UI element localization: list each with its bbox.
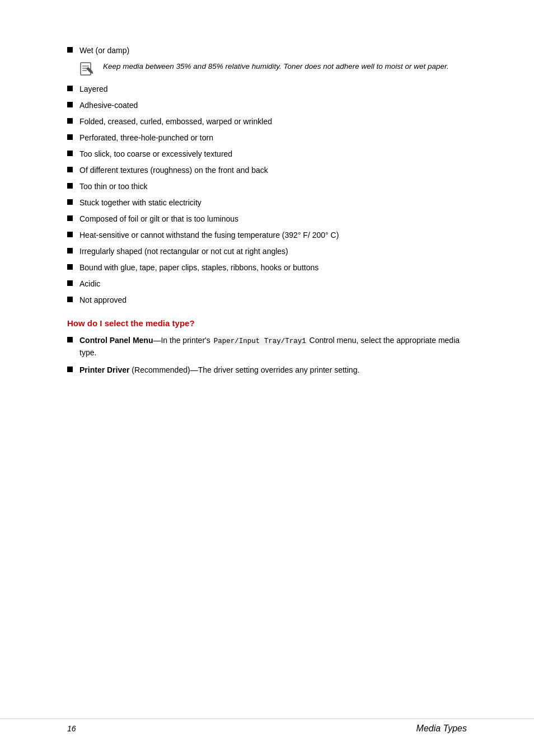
- list-item: Heat-sensitive or cannot withstand the f…: [67, 229, 467, 241]
- list-item: Acidic: [67, 278, 467, 290]
- list-item: Layered: [67, 83, 467, 95]
- main-bullet-list: Wet (or damp) Keep medi: [67, 45, 467, 306]
- list-item-text: Heat-sensitive or cannot withstand the f…: [79, 229, 467, 241]
- bullet-icon: [67, 215, 73, 221]
- printer-driver-dash: —The driver setting overrides any printe…: [190, 365, 360, 374]
- list-item-text: Irregularly shaped (not rectangular or n…: [79, 246, 467, 257]
- list-item-text: Wet (or damp): [79, 45, 467, 57]
- section-heading: How do I select the media type?: [67, 318, 467, 328]
- list-item-text: Composed of foil or gilt or that is too …: [79, 213, 467, 225]
- list-item: Wet (or damp): [67, 45, 467, 57]
- list-item: Control Panel Menu—In the printer's Pape…: [67, 335, 467, 359]
- list-item-text: Not approved: [79, 294, 467, 306]
- list-item: Not approved: [67, 294, 467, 306]
- list-item-text: Of different textures (roughness) on the…: [79, 165, 467, 176]
- printer-driver-text: Printer Driver (Recommended)—The driver …: [79, 364, 467, 376]
- list-item: Bound with glue, tape, paper clips, stap…: [67, 262, 467, 274]
- page: Wet (or damp) Keep medi: [0, 0, 534, 756]
- bullet-icon: [67, 47, 73, 53]
- list-item-text: Layered: [79, 83, 467, 95]
- bullet-icon: [67, 264, 73, 270]
- list-item-text: Bound with glue, tape, paper clips, stap…: [79, 262, 467, 274]
- bullet-icon: [67, 86, 73, 91]
- note-icon: [79, 62, 97, 78]
- note-block-item: Keep media between 35% and 85% relative …: [79, 61, 467, 78]
- list-item-text: Too slick, too coarse or excessively tex…: [79, 148, 467, 160]
- note-text: Keep media between 35% and 85% relative …: [103, 61, 467, 72]
- list-item-text: Too thin or too thick: [79, 181, 467, 192]
- control-panel-code: Paper/Input Tray/Tray1: [213, 337, 307, 345]
- section-bullet-list: Control Panel Menu—In the printer's Pape…: [67, 335, 467, 376]
- control-panel-bold: Control Panel Menu: [79, 336, 153, 345]
- list-item-text: Folded, creased, curled, embossed, warpe…: [79, 116, 467, 128]
- bullet-icon: [67, 232, 73, 237]
- bullet-icon: [67, 199, 73, 205]
- list-item-text: Acidic: [79, 278, 467, 290]
- list-item: Too thin or too thick: [67, 181, 467, 192]
- page-footer: 16 Media Types: [0, 719, 534, 734]
- list-item-text: Adhesive-coated: [79, 100, 467, 111]
- list-item: Irregularly shaped (not rectangular or n…: [67, 246, 467, 257]
- footer-title: Media Types: [416, 724, 467, 734]
- list-item: Composed of foil or gilt or that is too …: [67, 213, 467, 225]
- bullet-icon: [67, 337, 73, 342]
- list-item: Stuck together with static electricity: [67, 197, 467, 209]
- printer-driver-middle: (Recommended): [129, 365, 190, 374]
- bullet-icon: [67, 151, 73, 156]
- footer-page-number: 16: [67, 724, 76, 733]
- list-item: Printer Driver (Recommended)—The driver …: [67, 364, 467, 376]
- list-item: Of different textures (roughness) on the…: [67, 165, 467, 176]
- bullet-icon: [67, 248, 73, 253]
- printer-driver-bold: Printer Driver: [79, 365, 129, 374]
- control-panel-dash: —In the printer's: [153, 336, 212, 345]
- list-item: Too slick, too coarse or excessively tex…: [67, 148, 467, 160]
- bullet-icon: [67, 118, 73, 124]
- bullet-icon: [67, 280, 73, 286]
- control-panel-text: Control Panel Menu—In the printer's Pape…: [79, 335, 467, 359]
- bullet-icon: [67, 134, 73, 140]
- bullet-icon: [67, 183, 73, 189]
- list-item: Folded, creased, curled, embossed, warpe…: [67, 116, 467, 128]
- list-item-text: Stuck together with static electricity: [79, 197, 467, 209]
- bullet-icon: [67, 367, 73, 372]
- list-item: Adhesive-coated: [67, 100, 467, 111]
- bullet-icon: [67, 167, 73, 172]
- list-item-text: Perforated, three-hole-punched or torn: [79, 132, 467, 144]
- bullet-icon: [67, 102, 73, 107]
- list-item: Perforated, three-hole-punched or torn: [67, 132, 467, 144]
- bullet-icon: [67, 297, 73, 302]
